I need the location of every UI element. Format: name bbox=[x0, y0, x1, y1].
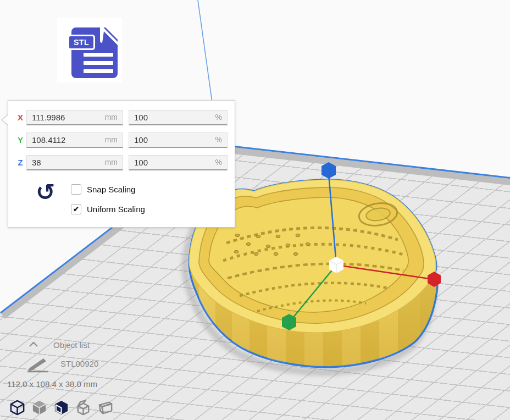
chevron-up-icon bbox=[29, 341, 38, 348]
view-left-icon[interactable] bbox=[75, 399, 92, 416]
percent-unit: % bbox=[215, 133, 222, 147]
check-icon: ✔ bbox=[73, 205, 79, 213]
document-text-line bbox=[84, 53, 113, 57]
scale-row-x: X 111.9986 mm 100 % bbox=[8, 110, 235, 125]
scale-row-z: Z 38 mm 100 % bbox=[8, 155, 235, 170]
y-axis-label: Y bbox=[16, 132, 25, 148]
uniform-scaling-label: Uniform Scaling bbox=[87, 205, 145, 214]
snap-scaling-checkbox[interactable] bbox=[71, 184, 81, 195]
y-percent-input[interactable]: 100 % bbox=[129, 132, 228, 148]
uniform-scaling-checkbox[interactable]: ✔ bbox=[71, 204, 81, 214]
pencil-icon bbox=[26, 355, 49, 373]
view-3d-icon[interactable] bbox=[9, 399, 26, 416]
stl-document-icon: STL bbox=[71, 27, 118, 78]
document-text-line bbox=[84, 69, 113, 73]
z-axis-label: Z bbox=[16, 155, 25, 170]
reset-scale-icon[interactable]: ↺ bbox=[36, 181, 55, 204]
x-size-input[interactable]: 111.9986 mm bbox=[26, 110, 123, 125]
view-right-icon[interactable] bbox=[97, 399, 114, 416]
document-text-line bbox=[84, 61, 113, 65]
view-front-icon[interactable] bbox=[31, 399, 48, 416]
object-list-item[interactable]: STL00920 bbox=[60, 359, 98, 368]
x-percent-input[interactable]: 100 % bbox=[129, 110, 228, 125]
scale-tool-panel: X 111.9986 mm 100 % Y 108.4112 mm 100 % … bbox=[8, 100, 235, 228]
x-axis-label: X bbox=[16, 110, 25, 125]
object-list-title: Object list bbox=[53, 340, 90, 350]
mm-unit: mm bbox=[105, 133, 118, 147]
mm-unit: mm bbox=[105, 110, 118, 124]
object-dimensions: 112.0 x 108.4 x 38.0 mm bbox=[7, 379, 97, 389]
percent-unit: % bbox=[215, 156, 222, 169]
y-size-input[interactable]: 108.4112 mm bbox=[26, 132, 123, 148]
stl-badge: STL bbox=[68, 35, 95, 50]
mm-unit: mm bbox=[105, 156, 118, 169]
z-percent-input[interactable]: 100 % bbox=[129, 155, 228, 170]
stl-file-thumbnail: STL bbox=[57, 18, 122, 82]
snap-scaling-label: Snap Scaling bbox=[87, 185, 135, 194]
z-size-input[interactable]: 38 mm bbox=[26, 155, 123, 170]
view-top-icon[interactable] bbox=[53, 399, 70, 416]
camera-view-toolbar bbox=[9, 399, 114, 416]
percent-unit: % bbox=[215, 110, 222, 124]
scale-row-y: Y 108.4112 mm 100 % bbox=[8, 132, 235, 148]
